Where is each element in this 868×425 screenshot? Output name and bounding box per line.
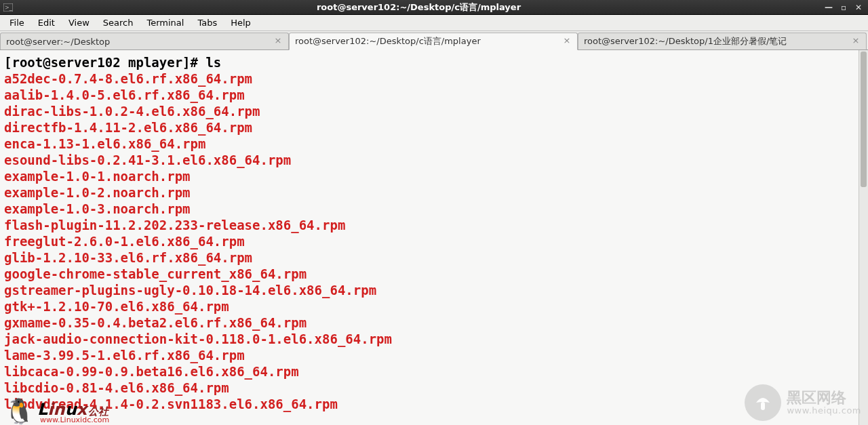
tux-icon: 🐧: [4, 399, 35, 424]
list-item: google-chrome-stable_current_x86_64.rpm: [4, 266, 307, 281]
menu-view[interactable]: View: [62, 16, 96, 29]
minimize-button[interactable]: —: [823, 3, 834, 12]
menu-search[interactable]: Search: [96, 16, 140, 29]
watermark-cn: 黑区网络: [787, 390, 861, 406]
watermark-linux: 🐧 Linux公社 www.Linuxidc.com: [4, 399, 109, 424]
tab-label: root@server102:~/Desktop/c语言/mplayer: [295, 35, 558, 47]
watermark-brand: Linux公社 www.Linuxidc.com: [37, 401, 109, 424]
shell-command: ls: [205, 55, 221, 70]
list-item: flash-plugin-11.2.202.233-release.x86_64…: [4, 218, 345, 232]
watermark-text: 黑区网络 www.heiqu.com: [787, 390, 861, 416]
maximize-button[interactable]: ▫: [838, 3, 849, 12]
menu-tabs[interactable]: Tabs: [191, 16, 224, 29]
tab-close-icon[interactable]: ×: [851, 37, 861, 46]
shell-prompt: [root@server102 mplayer]#: [4, 55, 205, 70]
mushroom-icon: [745, 384, 781, 421]
list-item: aalib-1.4.0-5.el6.rf.x86_64.rpm: [4, 87, 245, 102]
svg-rect-2: [761, 402, 765, 410]
menu-edit[interactable]: Edit: [31, 16, 62, 29]
watermark-url-left: www.Linuxidc.com: [40, 416, 109, 424]
list-item: jack-audio-connection-kit-0.118.0-1.el6.…: [4, 331, 392, 346]
tab-close-icon[interactable]: ×: [273, 37, 283, 46]
list-item: gxmame-0.35-0.4.beta2.el6.rf.x86_64.rpm: [4, 315, 307, 330]
list-item: glib-1.2.10-33.el6.rf.x86_64.rpm: [4, 250, 252, 265]
window-titlebar: >_ root@server102:~/Desktop/c语言/mplayer …: [0, 0, 868, 15]
list-item: gtk+-1.2.10-70.el6.x86_64.rpm: [4, 299, 229, 314]
list-item: gstreamer-plugins-ugly-0.10.18-14.el6.x8…: [4, 283, 376, 298]
scrollbar-thumb[interactable]: [861, 52, 867, 187]
list-item: libcdio-0.81-4.el6.x86_64.rpm: [4, 380, 229, 395]
list-item: freeglut-2.6.0-1.el6.x86_64.rpm: [4, 234, 245, 249]
menu-file[interactable]: File: [3, 16, 31, 29]
list-item: a52dec-0.7.4-8.el6.rf.x86_64.rpm: [4, 71, 252, 86]
menu-terminal[interactable]: Terminal: [140, 16, 191, 29]
menubar: File Edit View Search Terminal Tabs Help: [0, 15, 868, 31]
list-item: directfb-1.4.11-2.el6.x86_64.rpm: [4, 120, 252, 135]
list-item: lame-3.99.5-1.el6.rf.x86_64.rpm: [4, 348, 245, 363]
window-title: root@server102:~/Desktop/c语言/mplayer: [14, 1, 823, 14]
terminal-content[interactable]: [root@server102 mplayer]# ls a52dec-0.7.…: [0, 50, 868, 416]
tab-close-icon[interactable]: ×: [562, 37, 572, 46]
tabbar: root@server:~/Desktop × root@server102:~…: [0, 31, 868, 50]
list-item: dirac-libs-1.0.2-4.el6.x86_64.rpm: [4, 104, 260, 119]
list-item: example-1.0-3.noarch.rpm: [4, 201, 191, 216]
tab-label: root@server102:~/Desktop/1企业部分暑假/笔记: [584, 35, 847, 47]
close-button[interactable]: ✕: [853, 3, 864, 12]
watermark-url-right: www.heiqu.com: [787, 406, 861, 416]
terminal-area[interactable]: [root@server102 mplayer]# ls a52dec-0.7.…: [0, 50, 868, 425]
menu-help[interactable]: Help: [224, 16, 258, 29]
watermark-heiqu: 黑区网络 www.heiqu.com: [745, 384, 861, 421]
list-item: example-1.0-2.noarch.rpm: [4, 185, 191, 200]
svg-text:>_: >_: [5, 5, 13, 11]
list-item: enca-1.13-1.el6.x86_64.rpm: [4, 136, 205, 151]
terminal-app-icon: >_: [2, 1, 14, 14]
vertical-scrollbar[interactable]: [859, 50, 868, 425]
list-item: esound-libs-0.2.41-3.1.el6.x86_64.rpm: [4, 153, 291, 167]
list-item: libcaca-0.99-0.9.beta16.el6.x86_64.rpm: [4, 364, 299, 379]
tab-label: root@server:~/Desktop: [6, 37, 269, 47]
window-controls: — ▫ ✕: [823, 3, 868, 12]
tab-2[interactable]: root@server102:~/Desktop/1企业部分暑假/笔记 ×: [578, 33, 867, 49]
tab-1[interactable]: root@server102:~/Desktop/c语言/mplayer ×: [289, 33, 578, 50]
list-item: example-1.0-1.noarch.rpm: [4, 169, 191, 184]
tab-0[interactable]: root@server:~/Desktop ×: [0, 33, 289, 49]
